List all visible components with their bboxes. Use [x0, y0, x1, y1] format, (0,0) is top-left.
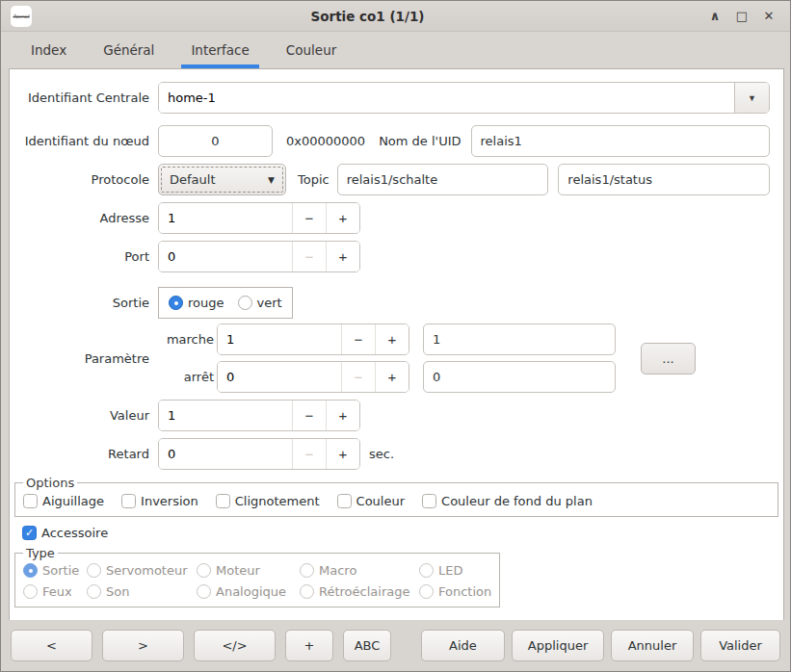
uid-name-input[interactable] [471, 125, 770, 157]
add-button[interactable]: + [285, 630, 333, 661]
plus-icon[interactable]: + [376, 362, 409, 392]
checkbox-inversion[interactable]: ✓ Inversion [121, 494, 198, 508]
radio-label: Moteur [216, 563, 260, 578]
previous-button[interactable]: < [11, 630, 92, 661]
more-options-button[interactable]: ... [641, 343, 696, 375]
node-id-input[interactable] [158, 125, 273, 157]
close-icon[interactable]: ✕ [757, 5, 780, 28]
address-input[interactable] [159, 203, 292, 233]
checkbox-icon: ✓ [216, 494, 230, 508]
radio-icon [169, 296, 183, 310]
radio-label: Son [106, 584, 129, 599]
topic-label: Topic [298, 172, 330, 187]
radio-type-moteur: Moteur [197, 563, 300, 578]
checkbox-couleur-fond-plan[interactable]: ✓ Couleur de fond du plan [422, 494, 593, 508]
central-id-dropdown-button[interactable]: ▼ [734, 83, 769, 113]
off-spinbox: − + [217, 361, 409, 393]
delay-input[interactable] [159, 439, 292, 469]
abc-button[interactable]: ABC [343, 630, 391, 661]
options-group: Options ✓ Aiguillage ✓ Inversion ✓ Clign… [14, 476, 778, 517]
chevron-down-icon: ▼ [748, 93, 756, 103]
rocrail-logo-icon: Rocrail [11, 6, 32, 27]
delay-spinbox: − + [158, 438, 360, 470]
off-parameter-input[interactable] [423, 361, 616, 393]
plus-icon[interactable]: + [327, 439, 359, 469]
window-controls: ∧ □ ✕ [703, 5, 780, 28]
radio-type-fonction: Fonction [419, 584, 491, 599]
off-label: arrêt [158, 370, 217, 384]
central-id-input[interactable] [159, 83, 734, 113]
value-input[interactable] [159, 401, 292, 430]
type-legend: Type [23, 546, 58, 560]
footer-button-bar: < > </> + ABC Aide Appliquer Annuler Val… [1, 620, 790, 671]
protocol-label: Protocole [10, 172, 149, 187]
radio-rouge[interactable]: rouge [169, 296, 224, 310]
delay-label: Retard [10, 447, 149, 461]
port-label: Port [10, 249, 149, 264]
port-input[interactable] [159, 242, 292, 271]
radio-label: Macro [319, 563, 356, 578]
chevron-down-icon: ▼ [268, 175, 275, 185]
apply-button[interactable]: Appliquer [512, 630, 604, 661]
tab-label: Général [103, 42, 154, 58]
node-id-label: Identifiant du nœud [10, 134, 149, 148]
radio-icon [300, 563, 314, 578]
on-input[interactable] [218, 324, 341, 354]
minus-icon[interactable]: − [293, 439, 326, 469]
radio-type-macro: Macro [300, 563, 419, 578]
radio-label: vert [257, 296, 282, 310]
plus-icon[interactable]: + [327, 242, 359, 271]
uid-name-label: Nom de l'UID [379, 134, 461, 148]
minus-icon[interactable]: − [293, 242, 326, 271]
tab-bar: Index Général Interface Couleur [1, 32, 790, 68]
protocol-select[interactable]: Default ▼ [158, 164, 286, 195]
minimize-icon[interactable]: ∧ [703, 5, 726, 28]
minus-icon[interactable]: − [342, 362, 375, 392]
checkbox-aiguillage[interactable]: ✓ Aiguillage [23, 494, 104, 508]
cancel-button[interactable]: Annuler [611, 630, 694, 661]
plus-icon[interactable]: + [376, 324, 409, 354]
checkbox-label: Inversion [141, 494, 198, 508]
output-color-group: rouge vert [158, 287, 293, 319]
tab-general[interactable]: Général [85, 32, 172, 68]
checkbox-icon: ✓ [121, 494, 136, 508]
radio-vert[interactable]: vert [238, 296, 282, 310]
radio-type-feux: Feux [23, 584, 87, 599]
on-parameter-input[interactable] [423, 323, 616, 355]
radio-icon [300, 584, 314, 599]
minus-icon[interactable]: − [293, 203, 326, 233]
next-button[interactable]: > [102, 630, 184, 661]
plus-icon[interactable]: + [327, 203, 359, 233]
help-button[interactable]: Aide [421, 630, 505, 661]
tab-label: Index [31, 42, 66, 58]
tab-interface[interactable]: Interface [172, 32, 267, 68]
delay-unit-label: sec. [369, 447, 394, 461]
radio-icon [197, 563, 211, 578]
minus-icon[interactable]: − [293, 401, 326, 430]
radio-icon [23, 563, 38, 578]
plus-icon[interactable]: + [327, 401, 359, 430]
checkbox-accessoire[interactable]: ✓ Accessoire [22, 526, 108, 540]
tab-index[interactable]: Index [13, 32, 85, 68]
checkbox-icon: ✓ [22, 526, 37, 540]
radio-label: Sortie [42, 563, 79, 578]
radio-label: Servomoteur [106, 563, 188, 578]
topic-command-input[interactable] [337, 164, 549, 195]
xml-button[interactable]: </> [194, 630, 276, 661]
maximize-icon[interactable]: □ [730, 5, 753, 28]
checkbox-couleur[interactable]: ✓ Couleur [337, 494, 405, 508]
tab-couleur[interactable]: Couleur [268, 32, 355, 68]
address-spinbox: − + [158, 202, 360, 234]
radio-type-son: Son [87, 584, 197, 599]
minus-icon[interactable]: − [342, 324, 375, 354]
radio-icon [87, 584, 101, 599]
central-id-label: Identifiant Centrale [10, 90, 149, 105]
off-input[interactable] [218, 362, 341, 392]
checkbox-clignotement[interactable]: ✓ Clignotement [216, 494, 320, 508]
radio-label: Fonction [438, 584, 491, 599]
checkbox-label: Clignotement [235, 494, 320, 508]
topic-status-input[interactable] [558, 164, 770, 195]
ok-button[interactable]: Valider [700, 630, 780, 661]
checkbox-icon: ✓ [23, 494, 38, 508]
radio-label: LED [438, 563, 462, 578]
